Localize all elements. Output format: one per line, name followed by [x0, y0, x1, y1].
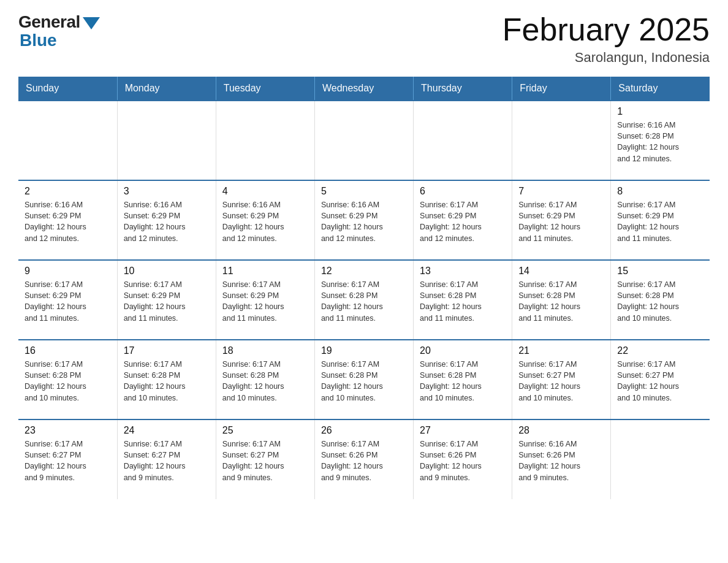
calendar-week-row: 2Sunrise: 6:16 AMSunset: 6:29 PMDaylight…	[18, 180, 710, 260]
logo: General Blue	[18, 12, 100, 50]
calendar-cell: 20Sunrise: 6:17 AMSunset: 6:28 PMDayligh…	[414, 340, 512, 419]
calendar-week-row: 1Sunrise: 6:16 AMSunset: 6:28 PMDaylight…	[18, 101, 710, 180]
calendar-cell: 13Sunrise: 6:17 AMSunset: 6:28 PMDayligh…	[414, 260, 512, 340]
cell-info-text: Sunrise: 6:16 AMSunset: 6:29 PMDaylight:…	[222, 199, 308, 244]
cell-info-text: Sunrise: 6:17 AMSunset: 6:26 PMDaylight:…	[420, 439, 506, 483]
weekday-header-thursday: Thursday	[414, 77, 512, 101]
calendar-cell: 28Sunrise: 6:16 AMSunset: 6:26 PMDayligh…	[512, 419, 611, 499]
logo-blue-text: Blue	[20, 31, 57, 50]
calendar-cell: 21Sunrise: 6:17 AMSunset: 6:27 PMDayligh…	[512, 340, 611, 419]
calendar-cell	[18, 101, 117, 180]
calendar-cell: 9Sunrise: 6:17 AMSunset: 6:29 PMDaylight…	[18, 260, 117, 340]
day-number: 26	[321, 425, 407, 436]
cell-info-text: Sunrise: 6:17 AMSunset: 6:28 PMDaylight:…	[420, 359, 506, 404]
calendar-cell: 15Sunrise: 6:17 AMSunset: 6:28 PMDayligh…	[611, 260, 710, 340]
cell-info-text: Sunrise: 6:17 AMSunset: 6:28 PMDaylight:…	[518, 279, 604, 324]
cell-info-text: Sunrise: 6:16 AMSunset: 6:29 PMDaylight:…	[321, 199, 407, 244]
cell-info-text: Sunrise: 6:17 AMSunset: 6:27 PMDaylight:…	[124, 439, 210, 483]
day-number: 9	[25, 266, 111, 277]
calendar-cell: 10Sunrise: 6:17 AMSunset: 6:29 PMDayligh…	[117, 260, 216, 340]
calendar-cell	[117, 101, 216, 180]
calendar-cell: 14Sunrise: 6:17 AMSunset: 6:28 PMDayligh…	[512, 260, 611, 340]
day-number: 20	[420, 345, 506, 356]
cell-info-text: Sunrise: 6:17 AMSunset: 6:27 PMDaylight:…	[617, 359, 703, 404]
calendar-cell	[216, 101, 314, 180]
cell-info-text: Sunrise: 6:17 AMSunset: 6:28 PMDaylight:…	[124, 359, 210, 404]
cell-info-text: Sunrise: 6:16 AMSunset: 6:29 PMDaylight:…	[124, 199, 210, 244]
cell-info-text: Sunrise: 6:17 AMSunset: 6:26 PMDaylight:…	[321, 439, 407, 483]
day-number: 11	[222, 266, 308, 277]
day-number: 8	[617, 186, 703, 197]
calendar-cell	[414, 101, 512, 180]
day-number: 12	[321, 266, 407, 277]
day-number: 3	[124, 186, 210, 197]
cell-info-text: Sunrise: 6:17 AMSunset: 6:28 PMDaylight:…	[420, 279, 506, 324]
cell-info-text: Sunrise: 6:17 AMSunset: 6:28 PMDaylight:…	[321, 359, 407, 404]
logo-general-text: General	[18, 12, 80, 32]
calendar-cell: 23Sunrise: 6:17 AMSunset: 6:27 PMDayligh…	[18, 419, 117, 499]
day-number: 22	[617, 345, 703, 356]
day-number: 15	[617, 266, 703, 277]
weekday-header-tuesday: Tuesday	[216, 77, 314, 101]
weekday-header-sunday: Sunday	[18, 77, 117, 101]
cell-info-text: Sunrise: 6:17 AMSunset: 6:29 PMDaylight:…	[222, 279, 308, 324]
calendar-cell: 22Sunrise: 6:17 AMSunset: 6:27 PMDayligh…	[611, 340, 710, 419]
day-number: 23	[25, 425, 111, 436]
cell-info-text: Sunrise: 6:17 AMSunset: 6:27 PMDaylight:…	[25, 439, 111, 483]
day-number: 13	[420, 266, 506, 277]
day-number: 5	[321, 186, 407, 197]
calendar-cell: 19Sunrise: 6:17 AMSunset: 6:28 PMDayligh…	[314, 340, 413, 419]
day-number: 19	[321, 345, 407, 356]
calendar-cell: 3Sunrise: 6:16 AMSunset: 6:29 PMDaylight…	[117, 180, 216, 260]
logo-triangle-icon	[83, 17, 100, 29]
day-number: 28	[518, 425, 604, 436]
cell-info-text: Sunrise: 6:17 AMSunset: 6:28 PMDaylight:…	[617, 279, 703, 324]
calendar-cell: 7Sunrise: 6:17 AMSunset: 6:29 PMDaylight…	[512, 180, 611, 260]
day-number: 7	[518, 186, 604, 197]
day-number: 27	[420, 425, 506, 436]
cell-info-text: Sunrise: 6:16 AMSunset: 6:29 PMDaylight:…	[25, 199, 111, 244]
calendar-cell: 12Sunrise: 6:17 AMSunset: 6:28 PMDayligh…	[314, 260, 413, 340]
calendar-cell: 18Sunrise: 6:17 AMSunset: 6:28 PMDayligh…	[216, 340, 314, 419]
calendar-week-row: 9Sunrise: 6:17 AMSunset: 6:29 PMDaylight…	[18, 260, 710, 340]
calendar-cell: 24Sunrise: 6:17 AMSunset: 6:27 PMDayligh…	[117, 419, 216, 499]
cell-info-text: Sunrise: 6:17 AMSunset: 6:29 PMDaylight:…	[25, 279, 111, 324]
calendar-cell: 5Sunrise: 6:16 AMSunset: 6:29 PMDaylight…	[314, 180, 413, 260]
day-number: 1	[617, 106, 703, 117]
day-number: 24	[124, 425, 210, 436]
calendar-cell	[314, 101, 413, 180]
day-number: 18	[222, 345, 308, 356]
calendar-cell: 1Sunrise: 6:16 AMSunset: 6:28 PMDaylight…	[611, 101, 710, 180]
day-number: 17	[124, 345, 210, 356]
cell-info-text: Sunrise: 6:17 AMSunset: 6:29 PMDaylight:…	[518, 199, 604, 244]
cell-info-text: Sunrise: 6:17 AMSunset: 6:28 PMDaylight:…	[25, 359, 111, 404]
cell-info-text: Sunrise: 6:17 AMSunset: 6:29 PMDaylight:…	[420, 199, 506, 244]
day-number: 25	[222, 425, 308, 436]
calendar-table: SundayMondayTuesdayWednesdayThursdayFrid…	[18, 77, 710, 499]
weekday-header-saturday: Saturday	[611, 77, 710, 101]
calendar-cell: 6Sunrise: 6:17 AMSunset: 6:29 PMDaylight…	[414, 180, 512, 260]
calendar-cell: 27Sunrise: 6:17 AMSunset: 6:26 PMDayligh…	[414, 419, 512, 499]
day-number: 2	[25, 186, 111, 197]
calendar-cell: 25Sunrise: 6:17 AMSunset: 6:27 PMDayligh…	[216, 419, 314, 499]
cell-info-text: Sunrise: 6:16 AMSunset: 6:26 PMDaylight:…	[518, 439, 604, 483]
calendar-cell: 8Sunrise: 6:17 AMSunset: 6:29 PMDaylight…	[611, 180, 710, 260]
calendar-week-row: 16Sunrise: 6:17 AMSunset: 6:28 PMDayligh…	[18, 340, 710, 419]
weekday-header-friday: Friday	[512, 77, 611, 101]
day-number: 14	[518, 266, 604, 277]
weekday-header-monday: Monday	[117, 77, 216, 101]
day-number: 4	[222, 186, 308, 197]
cell-info-text: Sunrise: 6:17 AMSunset: 6:27 PMDaylight:…	[222, 439, 308, 483]
calendar-cell: 2Sunrise: 6:16 AMSunset: 6:29 PMDaylight…	[18, 180, 117, 260]
calendar-cell	[611, 419, 710, 499]
day-number: 16	[25, 345, 111, 356]
weekday-header-wednesday: Wednesday	[314, 77, 413, 101]
month-title: February 2025	[502, 12, 710, 47]
day-number: 10	[124, 266, 210, 277]
calendar-cell: 11Sunrise: 6:17 AMSunset: 6:29 PMDayligh…	[216, 260, 314, 340]
calendar-cell: 4Sunrise: 6:16 AMSunset: 6:29 PMDaylight…	[216, 180, 314, 260]
logo-top: General	[18, 12, 100, 32]
cell-info-text: Sunrise: 6:17 AMSunset: 6:29 PMDaylight:…	[617, 199, 703, 244]
cell-info-text: Sunrise: 6:17 AMSunset: 6:29 PMDaylight:…	[124, 279, 210, 324]
calendar-week-row: 23Sunrise: 6:17 AMSunset: 6:27 PMDayligh…	[18, 419, 710, 499]
